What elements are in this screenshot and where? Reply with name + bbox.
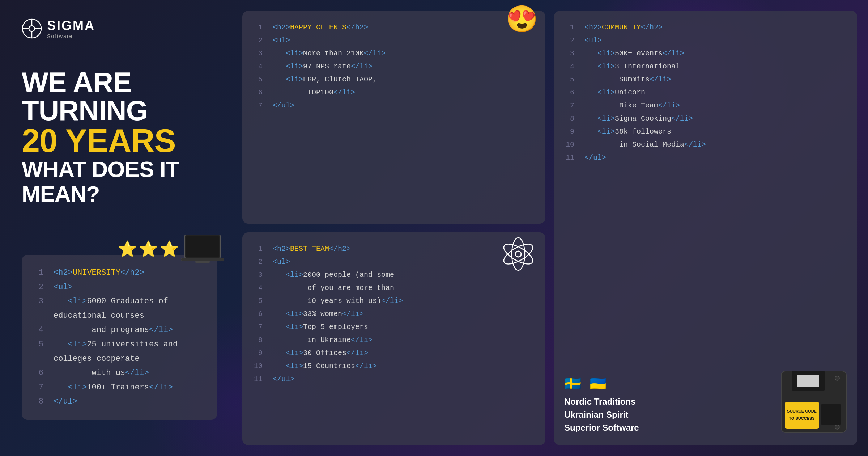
best-team-panel: 1 <h2>BEST TEAM</h2> 2 <ul> 3 <li>2000 p… [242,232,545,445]
stars-laptop-decoration: ⭐ ⭐ ⭐ [118,233,224,266]
line-num-6: 6 [35,366,43,380]
svg-point-17 [835,376,839,380]
logo-sigma-text: SIGMA [47,18,95,33]
happy-clients-panel: 😍 1 <h2>HAPPY CLIENTS</h2> 2 <ul> 3 <li>… [242,11,545,224]
line-num-3: 3 [35,294,43,323]
nordic-area: 🇸🇪 🇺🇦 Nordic Traditions Ukrainian Spirit… [564,376,639,434]
line-content-3: <li>6000 Graduates of educational course… [54,294,204,323]
star-icon-2: ⭐ [139,240,158,259]
ukrainian-flag: 🇺🇦 [590,377,607,392]
svg-point-18 [835,425,839,429]
svg-rect-13 [821,404,841,425]
happy-clients-code: 1 <h2>HAPPY CLIENTS</h2> 2 <ul> 3 <li>Mo… [254,21,534,112]
best-team-code: 1 <h2>BEST TEAM</h2> 2 <ul> 3 <li>2000 p… [254,242,534,386]
headline-line3: WHAT DOES IT MEAN? [22,157,217,206]
svg-rect-12 [797,375,819,387]
line-content-1: <h2>UNIVERSITY</h2> [54,266,144,280]
floppy-disk-icon: SOURCE CODE TO SUCCESS [778,367,850,436]
university-panel: ⭐ ⭐ ⭐ 1 <h2>UNIVERSITY</h2> 2 <ul> [22,255,217,420]
main-headline: WE ARE TURNING 20 YEARS WHAT DOES IT MEA… [22,68,217,206]
svg-point-22 [512,238,525,270]
svg-rect-8 [181,258,224,261]
headline-line2: 20 YEARS [22,124,217,157]
university-code: 1 <h2>UNIVERSITY</h2> 2 <ul> 3 <li>6000 … [35,266,204,409]
swedish-flag: 🇸🇪 [564,377,581,392]
svg-point-1 [29,26,35,31]
right-area: 😍 1 <h2>HAPPY CLIENTS</h2> 2 <ul> 3 <li>… [242,11,857,445]
atom-icon [498,236,538,272]
laptop-icon [181,233,224,266]
headline-line1: WE ARE TURNING [22,68,217,124]
line-content-5: <li>25 universities and colleges coopera… [54,337,204,366]
community-code: 1 <h2>COMMUNITY</h2> 2 <ul> 3 <li>500+ e… [566,21,846,164]
svg-text:TO SUCCESS: TO SUCCESS [789,416,814,421]
emoji-happy-decoration: 😍 [506,4,538,36]
line-num-4: 4 [35,323,43,337]
star-icon-1: ⭐ [118,240,137,259]
floppy-disk-area: SOURCE CODE TO SUCCESS [778,367,850,438]
nordic-line2: Ukrainian Spirit [564,408,639,421]
line-num-8: 8 [35,394,43,409]
flags-row: 🇸🇪 🇺🇦 [564,376,639,392]
star-icon-3: ⭐ [160,240,179,259]
svg-rect-14 [785,402,819,429]
nordic-line3: Superior Software [564,421,639,434]
nordic-line1: Nordic Traditions [564,395,639,408]
line-content-4: and programs</li> [54,323,173,337]
logo-text-group: SIGMA Software [47,18,95,39]
logo-area: SIGMA Software [22,18,217,39]
line-content-8: </ul> [54,394,77,409]
line-num-1: 1 [35,266,43,280]
line-content-6: with us</li> [54,366,149,380]
line-content-7: <li>100+ Trainers</li> [54,380,173,395]
community-panel: 1 <h2>COMMUNITY</h2> 2 <ul> 3 <li>500+ e… [554,11,857,445]
logo-software-text: Software [47,33,95,39]
svg-rect-9 [195,261,210,263]
left-section: SIGMA Software WE ARE TURNING 20 YEARS W… [0,0,239,456]
line-num-5: 5 [35,337,43,366]
line-content-2: <ul> [54,280,73,295]
line-num-2: 2 [35,280,43,295]
svg-rect-7 [186,236,219,257]
line-num-7: 7 [35,380,43,395]
sigma-logo-icon [22,18,42,39]
svg-point-19 [515,251,521,257]
svg-text:SOURCE CODE: SOURCE CODE [787,409,817,413]
atom-decoration [498,236,538,274]
